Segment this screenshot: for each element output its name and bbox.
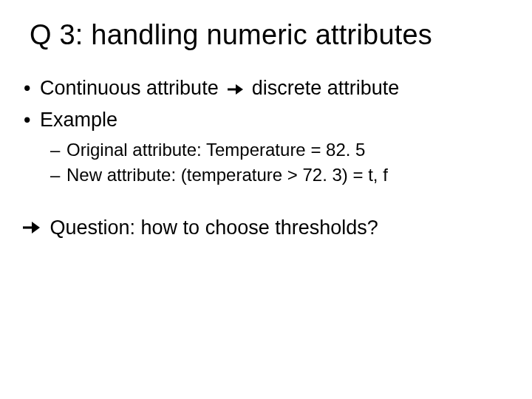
right-arrow-icon (22, 214, 40, 241)
bullet-example: Example (21, 106, 511, 133)
subbullet-text: Original attribute: Temperature = 82. 5 (66, 140, 365, 160)
bullet-text: Example (40, 109, 117, 131)
subbullet-original-attribute: Original attribute: Temperature = 82. 5 (21, 138, 511, 162)
slide: Q 3: handling numeric attributes Continu… (0, 0, 532, 399)
bullet-list: Continuous attribute discrete attribute … (21, 75, 511, 241)
bullet-text-post: discrete attribute (252, 77, 400, 99)
svg-marker-1 (236, 84, 243, 95)
bullet-continuous-attribute: Continuous attribute discrete attribute (21, 75, 511, 102)
svg-marker-3 (32, 222, 40, 233)
bullet-text-pre: Continuous attribute (40, 77, 219, 99)
subbullet-new-attribute: New attribute: (temperature > 72. 3) = t… (21, 163, 511, 187)
question-line: Question: how to choose thresholds? (21, 214, 511, 241)
right-arrow-icon (227, 75, 243, 102)
slide-title: Q 3: handling numeric attributes (30, 19, 511, 51)
subbullet-text: New attribute: (temperature > 72. 3) = t… (66, 165, 388, 185)
question-text: Question: how to choose thresholds? (50, 216, 378, 239)
